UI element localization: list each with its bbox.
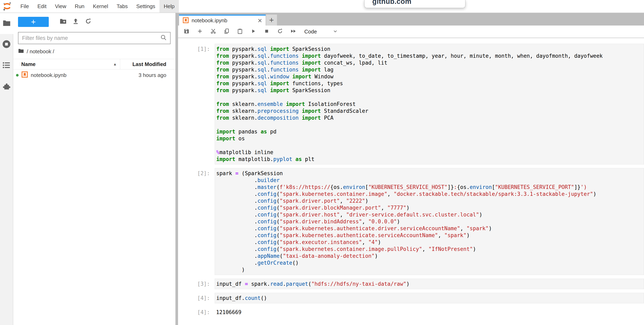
code-cell: [1]:from pyspark.sql import SparkSession… bbox=[197, 44, 644, 164]
main-dock-panel: notebook.ipynb × + bbox=[178, 13, 644, 325]
execution-prompt: [3]: bbox=[197, 279, 215, 289]
interrupt-kernel-button[interactable] bbox=[264, 28, 270, 35]
output-cell: [4]:12106669 bbox=[197, 307, 644, 316]
file-filter-input[interactable] bbox=[22, 35, 160, 42]
sidebar-filler bbox=[0, 97, 13, 325]
puzzle-icon bbox=[2, 82, 11, 91]
sidebar-tab-extensions[interactable] bbox=[0, 76, 13, 97]
file-modified: 3 hours ago bbox=[138, 72, 176, 78]
notebook-area[interactable]: [1]:from pyspark.sql import SparkSession… bbox=[178, 38, 644, 325]
cell-type-select[interactable]: Code bbox=[304, 29, 317, 35]
cell-editor[interactable]: spark = (SparkSession .builder .master(f… bbox=[215, 168, 644, 275]
execution-prompt: [4]: bbox=[197, 293, 215, 303]
column-header-name[interactable]: Name ▲ bbox=[13, 61, 120, 68]
folder-icon bbox=[2, 20, 11, 28]
file-name: notebook.ipynb bbox=[31, 72, 66, 78]
code-cell: [2]:spark = (SparkSession .builder .mast… bbox=[197, 168, 644, 275]
save-icon bbox=[184, 28, 190, 35]
copy-icon bbox=[224, 28, 230, 35]
restart-run-all-button[interactable] bbox=[290, 28, 296, 35]
restart-icon bbox=[277, 28, 283, 35]
cell-editor[interactable]: from pyspark.sql import SparkSessionfrom… bbox=[215, 44, 644, 164]
save-button[interactable] bbox=[183, 28, 190, 35]
last-modified-column-label: Last Modified bbox=[132, 61, 166, 68]
new-launcher-button[interactable]: + bbox=[18, 17, 49, 27]
home-folder-icon[interactable] bbox=[18, 48, 24, 55]
add-cell-button[interactable] bbox=[197, 28, 203, 35]
close-tab-icon[interactable]: × bbox=[258, 17, 262, 24]
column-header-last-modified[interactable]: Last Modified bbox=[120, 59, 176, 69]
scissors-icon bbox=[210, 28, 216, 35]
file-list-header: Name ▲ Last Modified bbox=[13, 59, 176, 70]
code-cell: [3]:input_df = spark.read.parquet("hdfs:… bbox=[197, 279, 644, 289]
restart-kernel-button[interactable] bbox=[277, 28, 283, 35]
cell-editor[interactable]: input_df.count() bbox=[215, 293, 644, 303]
plus-icon bbox=[197, 28, 203, 35]
fast-forward-icon bbox=[290, 29, 297, 35]
sidebar-tab-table-of-contents[interactable] bbox=[0, 55, 13, 76]
list-icon bbox=[2, 62, 10, 70]
copy-cells-button[interactable] bbox=[223, 28, 230, 35]
jupyter-logo-icon bbox=[2, 0, 12, 13]
name-column-label: Name bbox=[21, 61, 36, 68]
new-folder-icon bbox=[60, 18, 67, 26]
kernel-running-dot bbox=[16, 74, 18, 77]
cut-cells-button[interactable] bbox=[210, 28, 216, 35]
file-row-notebook[interactable]: notebook.ipynb 3 hours ago bbox=[13, 70, 176, 81]
menu-kernel[interactable]: Kernel bbox=[88, 0, 112, 13]
jupyterlab-window: File Edit View Run Kernel Tabs Settings … bbox=[0, 0, 644, 325]
refresh-icon bbox=[85, 18, 92, 26]
code-cell: [4]:input_df.count() bbox=[197, 293, 644, 303]
execution-prompt: [1]: bbox=[197, 44, 215, 164]
play-icon bbox=[251, 29, 256, 35]
menu-settings[interactable]: Settings bbox=[132, 0, 160, 13]
sidebar-tab-running-sessions[interactable] bbox=[0, 34, 13, 55]
upload-button[interactable] bbox=[70, 16, 82, 28]
notebook-tab-icon bbox=[183, 17, 189, 24]
tab-label: notebook.ipynb bbox=[192, 18, 227, 24]
left-sidebar bbox=[0, 13, 13, 325]
sidebar-tab-file-browser[interactable] bbox=[0, 13, 13, 34]
menu-edit[interactable]: Edit bbox=[33, 0, 51, 13]
execution-prompt: [2]: bbox=[197, 168, 215, 275]
notebook-toolbar: Code bbox=[178, 26, 644, 38]
menu-view[interactable]: View bbox=[51, 0, 70, 13]
menu-tabs[interactable]: Tabs bbox=[112, 0, 132, 13]
menu-run[interactable]: Run bbox=[70, 0, 89, 13]
breadcrumb-path[interactable]: / notebook / bbox=[27, 48, 54, 55]
upload-icon bbox=[72, 18, 79, 26]
breadcrumb: / notebook / bbox=[13, 44, 176, 57]
popup-site-label: github.com bbox=[372, 0, 465, 6]
tab-notebook-ipynb[interactable]: notebook.ipynb × bbox=[179, 15, 266, 26]
cell-output: 12106669 bbox=[215, 307, 644, 316]
stop-icon bbox=[264, 29, 269, 35]
paste-cells-button[interactable] bbox=[237, 28, 243, 35]
main-menu-bar: File Edit View Run Kernel Tabs Settings … bbox=[0, 0, 644, 13]
panel-splitter[interactable] bbox=[176, 13, 178, 325]
cell-editor[interactable]: input_df = spark.read.parquet("hdfs://hd… bbox=[215, 279, 644, 289]
run-cell-button[interactable] bbox=[250, 28, 256, 35]
execution-prompt: [4]: bbox=[197, 307, 215, 316]
file-browser-panel: + bbox=[13, 13, 176, 325]
dock-tab-bar: notebook.ipynb × + bbox=[178, 13, 644, 26]
file-browser-toolbar: + bbox=[13, 13, 176, 31]
chevron-down-icon[interactable] bbox=[332, 29, 338, 35]
new-tab-button[interactable]: + bbox=[266, 15, 277, 26]
menu-help[interactable]: Help bbox=[160, 0, 179, 13]
sort-ascending-icon: ▲ bbox=[113, 62, 117, 66]
new-folder-button[interactable] bbox=[57, 16, 70, 28]
refresh-button[interactable] bbox=[82, 16, 94, 28]
file-filter-box bbox=[18, 32, 170, 44]
browser-popup: github.com bbox=[364, 0, 466, 8]
search-icon bbox=[160, 34, 167, 42]
notebook-file-icon bbox=[22, 71, 28, 79]
stop-circle-icon bbox=[2, 40, 11, 49]
menu-file[interactable]: File bbox=[16, 0, 33, 13]
paste-icon bbox=[237, 28, 243, 35]
